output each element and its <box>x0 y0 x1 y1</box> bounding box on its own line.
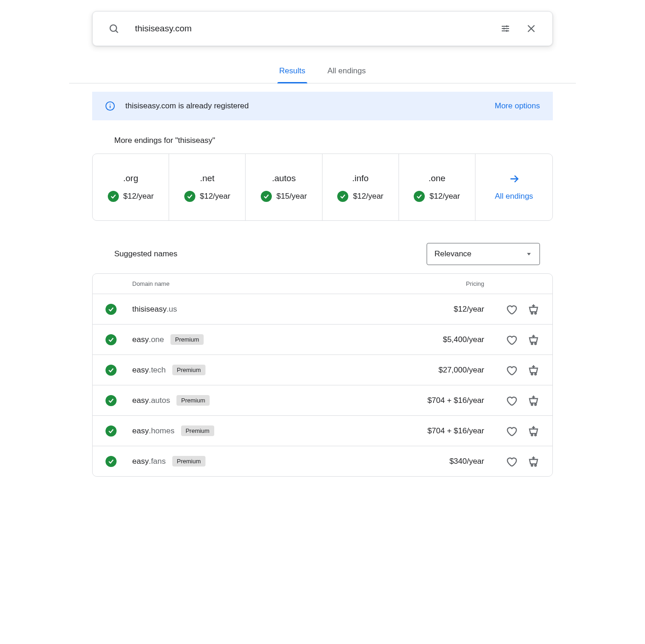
check-icon <box>337 191 348 202</box>
check-icon <box>184 191 195 202</box>
add-to-cart-icon[interactable] <box>528 395 539 407</box>
check-icon <box>108 191 119 202</box>
ending-tld: .info <box>352 173 369 183</box>
svg-marker-14 <box>527 253 531 255</box>
domain-name: easy.fans Premium <box>132 456 383 467</box>
ending-tld: .one <box>428 173 446 183</box>
domain-price: $5,400/year <box>383 335 484 344</box>
favorite-icon[interactable] <box>505 395 517 407</box>
chevron-down-icon <box>526 251 532 257</box>
svg-line-1 <box>116 31 118 33</box>
check-icon <box>106 395 117 406</box>
suggested-header: Suggested names Relevance <box>114 243 540 265</box>
tab-all-endings[interactable]: All endings <box>326 60 368 83</box>
tab-results[interactable]: Results <box>277 60 307 83</box>
all-endings-label: All endings <box>495 192 533 201</box>
favorite-icon[interactable] <box>505 455 517 467</box>
favorite-icon[interactable] <box>505 364 517 376</box>
ending-price: $12/year <box>429 192 460 201</box>
add-to-cart-icon[interactable] <box>528 334 539 346</box>
svg-point-38 <box>535 465 536 466</box>
premium-badge: Premium <box>181 425 214 436</box>
ending-card[interactable]: .autos $15/year <box>245 154 322 220</box>
ending-price: $15/year <box>276 192 307 201</box>
info-icon <box>105 101 115 111</box>
svg-point-22 <box>535 343 536 344</box>
premium-badge: Premium <box>172 456 205 467</box>
check-icon <box>414 191 425 202</box>
col-pricing: Pricing <box>383 280 484 287</box>
add-to-cart-icon[interactable] <box>528 364 539 376</box>
search-input[interactable] <box>134 23 488 34</box>
more-options-link[interactable]: More options <box>495 101 540 111</box>
check-icon <box>106 365 117 376</box>
ending-card[interactable]: .one $12/year <box>399 154 475 220</box>
domain-price: $340/year <box>383 457 484 466</box>
svg-point-30 <box>535 404 536 405</box>
ending-tld: .autos <box>272 173 296 183</box>
ending-tld: .net <box>200 173 215 183</box>
svg-point-12 <box>110 104 111 105</box>
check-icon <box>261 191 272 202</box>
premium-badge: Premium <box>176 395 210 406</box>
table-row[interactable]: thisiseasy.us $12/year <box>93 294 552 324</box>
suggestions-table: Domain name Pricing thisiseasy.us $12/ye… <box>92 273 553 477</box>
col-domain-name: Domain name <box>132 280 383 287</box>
domain-price: $704 + $16/year <box>383 396 484 405</box>
registered-notice: thisiseasy.com is already registered Mor… <box>92 92 553 120</box>
domain-price: $704 + $16/year <box>383 426 484 436</box>
ending-card[interactable]: .net $12/year <box>169 154 245 220</box>
svg-point-21 <box>531 343 533 344</box>
endings-grid: .org $12/year .net $12/year .autos $15/y… <box>92 154 553 221</box>
sort-select[interactable]: Relevance <box>427 243 540 265</box>
ending-price: $12/year <box>200 192 230 201</box>
domain-name: easy.autos Premium <box>132 395 383 406</box>
favorite-icon[interactable] <box>505 425 517 437</box>
check-icon <box>106 334 117 345</box>
ending-price: $12/year <box>123 192 154 201</box>
notice-message: thisiseasy.com is already registered <box>125 101 485 111</box>
svg-point-17 <box>531 313 533 314</box>
svg-point-26 <box>535 373 536 375</box>
domain-price: $12/year <box>383 305 484 314</box>
table-row[interactable]: easy.tech Premium $27,000/year <box>93 354 552 385</box>
svg-point-37 <box>531 465 533 466</box>
endings-section-title: More endings for "thisiseasy" <box>114 136 576 145</box>
svg-point-18 <box>535 313 536 314</box>
ending-price: $12/year <box>353 192 383 201</box>
check-icon <box>106 425 117 437</box>
favorite-icon[interactable] <box>505 334 517 346</box>
tabs: Results All endings <box>69 60 576 83</box>
domain-name: easy.tech Premium <box>132 365 383 375</box>
svg-point-29 <box>531 404 533 405</box>
search-bar <box>92 11 553 46</box>
favorite-icon[interactable] <box>505 303 517 315</box>
domain-name: easy.one Premium <box>132 334 383 345</box>
tune-icon[interactable] <box>497 20 514 37</box>
check-icon <box>106 304 117 315</box>
arrow-right-icon <box>509 173 520 184</box>
ending-card[interactable]: .org $12/year <box>93 154 169 220</box>
close-icon[interactable] <box>523 20 539 37</box>
premium-badge: Premium <box>170 334 204 345</box>
all-endings-button[interactable]: All endings <box>475 154 552 220</box>
table-row[interactable]: easy.autos Premium $704 + $16/year <box>93 385 552 415</box>
ending-tld: .org <box>123 173 138 183</box>
page-root: Results All endings thisiseasy.com is al… <box>69 0 576 477</box>
add-to-cart-icon[interactable] <box>528 455 539 467</box>
svg-point-33 <box>531 434 533 436</box>
table-header: Domain name Pricing <box>93 274 552 294</box>
sort-value: Relevance <box>434 249 471 259</box>
domain-name: easy.homes Premium <box>132 425 383 436</box>
svg-point-34 <box>535 434 536 436</box>
check-icon <box>106 456 117 467</box>
table-row[interactable]: easy.homes Premium $704 + $16/year <box>93 415 552 446</box>
table-row[interactable]: easy.fans Premium $340/year <box>93 446 552 476</box>
add-to-cart-icon[interactable] <box>528 425 539 437</box>
table-row[interactable]: easy.one Premium $5,400/year <box>93 324 552 354</box>
svg-point-25 <box>531 373 533 375</box>
ending-card[interactable]: .info $12/year <box>322 154 399 220</box>
svg-point-0 <box>110 25 117 31</box>
premium-badge: Premium <box>172 365 205 375</box>
add-to-cart-icon[interactable] <box>528 303 539 315</box>
